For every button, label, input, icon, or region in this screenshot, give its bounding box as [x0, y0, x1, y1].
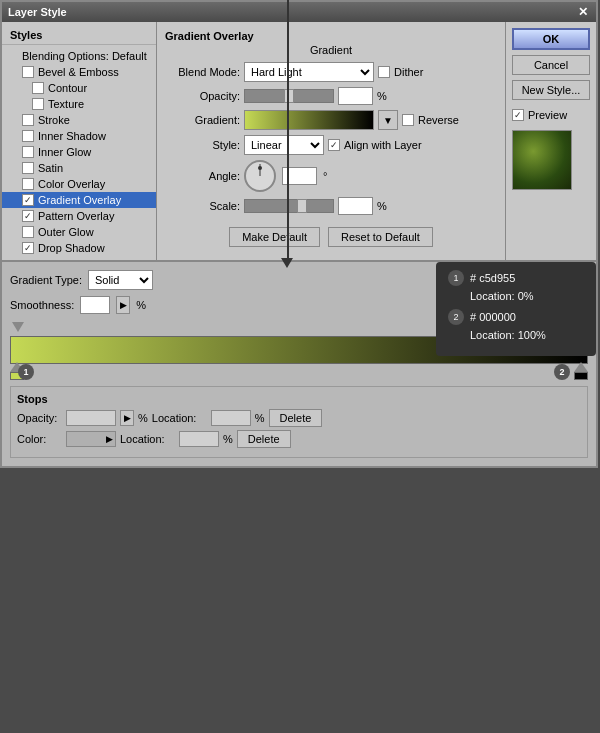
preview-label-row: Preview — [512, 109, 590, 121]
align-layer-label: Align with Layer — [344, 139, 422, 151]
scale-row: Scale: 100 % — [165, 197, 497, 215]
stops-color-label: Color: — [17, 433, 62, 445]
color-overlay-checkbox[interactable] — [22, 178, 34, 190]
top-stop-left[interactable] — [12, 322, 24, 332]
contour-label: Contour — [48, 82, 87, 94]
preview-label: Preview — [528, 109, 567, 121]
opacity-label: Opacity: — [165, 90, 240, 102]
stops-color-delete-button[interactable]: Delete — [237, 430, 291, 448]
reverse-checkbox[interactable] — [402, 114, 414, 126]
tooltip-item-1: 1 # c5d955 Location: 0% — [448, 270, 584, 305]
preview-checkbox[interactable] — [512, 109, 524, 121]
gradient-type-label: Gradient Type: — [10, 274, 82, 286]
reverse-label: Reverse — [418, 114, 459, 126]
sidebar-item-inner-shadow[interactable]: Inner Shadow — [2, 128, 156, 144]
sidebar-item-pattern-overlay[interactable]: Pattern Overlay — [2, 208, 156, 224]
stops-location-input-opacity[interactable] — [211, 410, 251, 426]
opacity-input[interactable]: 50 — [338, 87, 373, 105]
sidebar-item-drop-shadow[interactable]: Drop Shadow — [2, 240, 156, 256]
cancel-button[interactable]: Cancel — [512, 55, 590, 75]
make-default-button[interactable]: Make Default — [229, 227, 320, 247]
blending-options-label: Blending Options: Default — [22, 50, 147, 62]
sidebar-item-gradient-overlay[interactable]: Gradient Overlay — [2, 192, 156, 208]
stroke-checkbox[interactable] — [22, 114, 34, 126]
inner-glow-checkbox[interactable] — [22, 146, 34, 158]
pattern-overlay-checkbox[interactable] — [22, 210, 34, 222]
color-stop-row: Color: ▶ Location: % Delete — [17, 430, 581, 448]
title-bar: Layer Style ✕ — [2, 2, 596, 22]
texture-checkbox[interactable] — [32, 98, 44, 110]
drop-shadow-label: Drop Shadow — [38, 242, 105, 254]
dialog-body: Styles Blending Options: Default Bevel &… — [2, 22, 596, 260]
stops-opacity-delete-button[interactable]: Delete — [269, 409, 323, 427]
dither-label: Dither — [394, 66, 423, 78]
inner-shadow-checkbox[interactable] — [22, 130, 34, 142]
texture-label: Texture — [48, 98, 84, 110]
close-button[interactable]: ✕ — [576, 5, 590, 19]
sidebar-item-texture[interactable]: Texture — [2, 96, 156, 112]
smoothness-label: Smoothness: — [10, 299, 74, 311]
scale-slider-container: 100 % — [244, 197, 387, 215]
dither-checkbox[interactable] — [378, 66, 390, 78]
outer-glow-checkbox[interactable] — [22, 226, 34, 238]
stops-opacity-unit: % — [138, 412, 148, 424]
smoothness-unit: % — [136, 299, 146, 311]
sidebar-item-outer-glow[interactable]: Outer Glow — [2, 224, 156, 240]
sidebar-item-contour[interactable]: Contour — [2, 80, 156, 96]
stop-2-triangle — [574, 362, 588, 372]
gradient-type-select[interactable]: Solid Noise — [88, 270, 153, 290]
new-style-button[interactable]: New Style... — [512, 80, 590, 100]
inner-glow-label: Inner Glow — [38, 146, 91, 158]
opacity-slider[interactable] — [244, 89, 334, 103]
scale-slider[interactable] — [244, 199, 334, 213]
angle-container: 90 ° — [244, 160, 327, 192]
stroke-label: Stroke — [38, 114, 70, 126]
sidebar-item-satin[interactable]: Satin — [2, 160, 156, 176]
stops-color-swatch[interactable]: ▶ — [66, 431, 116, 447]
angle-dial[interactable] — [244, 160, 276, 192]
align-layer-checkbox[interactable] — [328, 139, 340, 151]
stop-1-number: 1 — [18, 364, 34, 380]
gradient-editor-section: 1 # c5d955 Location: 0% 2 # 000000 Locat… — [2, 260, 596, 466]
stops-title: Stops — [17, 393, 581, 405]
sidebar-item-bevel-emboss[interactable]: Bevel & Emboss — [2, 64, 156, 80]
stops-location-unit-opacity: % — [255, 412, 265, 424]
arrow-head — [281, 258, 293, 268]
gradient-preview-swatch[interactable] — [244, 110, 374, 130]
ok-button[interactable]: OK — [512, 28, 590, 50]
scale-input[interactable]: 100 — [338, 197, 373, 215]
smoothness-input[interactable]: 100 — [80, 296, 110, 314]
color-stop-2[interactable] — [574, 362, 588, 380]
main-content-panel: Gradient Overlay Gradient Blend Mode: Ha… — [157, 22, 506, 260]
inner-shadow-label: Inner Shadow — [38, 130, 106, 142]
smoothness-arrow-button[interactable]: ▶ — [116, 296, 130, 314]
angle-row: Angle: 90 ° — [165, 160, 497, 192]
gradient-overlay-checkbox[interactable] — [22, 194, 34, 206]
stops-opacity-label: Opacity: — [17, 412, 62, 424]
contour-checkbox[interactable] — [32, 82, 44, 94]
angle-unit: ° — [323, 170, 327, 182]
stops-location-input-color[interactable] — [179, 431, 219, 447]
sidebar-item-inner-glow[interactable]: Inner Glow — [2, 144, 156, 160]
angle-dot — [258, 166, 262, 170]
style-select[interactable]: Linear Radial Angle Reflected Diamond — [244, 135, 324, 155]
sidebar-item-color-overlay[interactable]: Color Overlay — [2, 176, 156, 192]
reset-default-button[interactable]: Reset to Default — [328, 227, 433, 247]
scale-label: Scale: — [165, 200, 240, 212]
stops-opacity-arrow[interactable]: ▶ — [120, 410, 134, 426]
arrow-line — [287, 0, 289, 262]
stops-opacity-input[interactable] — [66, 410, 116, 426]
sidebar-item-stroke[interactable]: Stroke — [2, 112, 156, 128]
drop-shadow-checkbox[interactable] — [22, 242, 34, 254]
blend-mode-row: Blend Mode: Hard Light Normal Multiply S… — [165, 62, 497, 82]
satin-checkbox[interactable] — [22, 162, 34, 174]
bevel-emboss-checkbox[interactable] — [22, 66, 34, 78]
opacity-row: Opacity: 50 % — [165, 87, 497, 105]
bottom-stops-area: 1 2 — [10, 364, 588, 380]
tooltip-num-1: 1 — [448, 270, 464, 286]
tooltip-num-2: 2 — [448, 309, 464, 325]
gradient-dropdown-button[interactable]: ▼ — [378, 110, 398, 130]
blend-mode-select[interactable]: Hard Light Normal Multiply Screen Overla… — [244, 62, 374, 82]
sidebar-item-blending-options[interactable]: Blending Options: Default — [2, 48, 156, 64]
stop-2-number: 2 — [554, 364, 570, 380]
